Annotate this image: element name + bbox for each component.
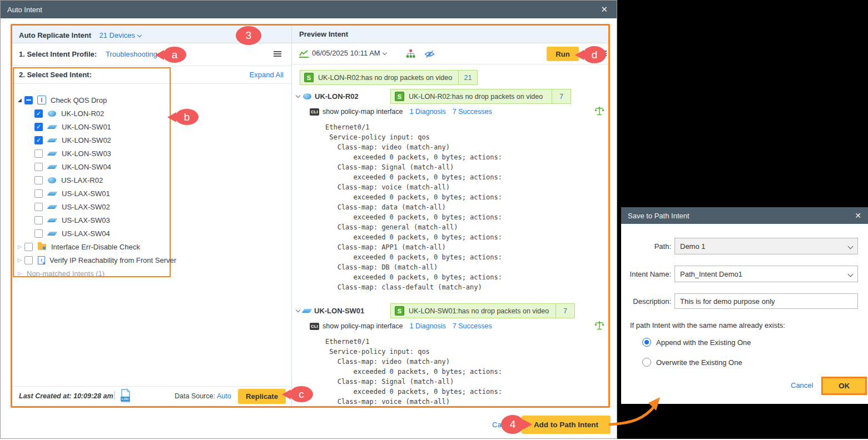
tree-row-device[interactable]: UK-LON-SW03 [34, 147, 111, 160]
switch-icon [47, 138, 58, 142]
device-checkbox[interactable] [34, 176, 43, 184]
log-file-icon[interactable]: LOG [120, 389, 131, 404]
close-icon[interactable]: ✕ [598, 4, 610, 14]
diagnosis-link[interactable]: 1 Diagnosis [410, 108, 446, 116]
dialog-title: Save to Path Intent [628, 212, 690, 220]
annotation-b: b [175, 109, 199, 125]
chevron-down-icon [848, 272, 854, 277]
successes-link[interactable]: 7 Successes [453, 322, 492, 330]
eye-hidden-icon[interactable] [424, 50, 435, 61]
annotation-a: a [163, 47, 186, 63]
tree-row-device[interactable]: ✓ UK-LON-SW01 [34, 120, 111, 133]
tree-row-root[interactable]: ◢ I Check QOS Drop [18, 93, 107, 107]
radio-overwrite[interactable] [642, 358, 651, 367]
cli-tag-icon: CLI [310, 108, 319, 116]
device-checkbox[interactable] [34, 149, 43, 158]
chevron-down-icon[interactable] [296, 308, 300, 312]
expander-closed-icon[interactable]: ▷ [18, 244, 24, 249]
append-radio-row[interactable]: Append with the Existing One [642, 338, 751, 347]
device-status-badge[interactable]: S UK-LON-R02:has no drop packets on vide… [390, 89, 571, 104]
sitemap-icon[interactable] [406, 49, 415, 61]
tree-row-device[interactable]: ✓ UK-LON-R02 [34, 107, 104, 120]
intent-name-combo[interactable]: Path_Intent Demo1 [674, 266, 858, 282]
intent-name-field-row: Intent Name: Path_Intent Demo1 [621, 266, 868, 282]
device-status-badge[interactable]: S UK-LON-SW01:has no drop packets on vid… [390, 303, 575, 318]
tree-row-device[interactable]: US-LAX-SW02 [34, 200, 110, 213]
group-checkbox[interactable] [24, 243, 33, 251]
radio-append[interactable] [642, 338, 651, 347]
group-label: Interface Err-Disable Check [51, 243, 140, 251]
switch-icon [302, 309, 313, 313]
root-checkbox[interactable] [24, 96, 33, 104]
replicate-button[interactable]: Replicate [238, 389, 286, 404]
cli-command-row: CLI show policy-map interface 1 Diagnosi… [310, 322, 492, 330]
annotation-step-3: 3 [236, 26, 261, 45]
summary-badge-count[interactable]: 21 [458, 71, 477, 84]
device-checkbox[interactable] [34, 163, 43, 171]
router-icon [48, 177, 56, 183]
annotated-main-frame: Auto Replicate Intent 21 Devices Preview… [11, 24, 610, 408]
tree-row-device[interactable]: ✓ UK-LON-SW02 [34, 133, 111, 147]
tree-row-device[interactable]: US-LAX-SW01 [34, 187, 110, 200]
successes-link[interactable]: 7 Successes [453, 108, 492, 116]
path-select[interactable]: Demo 1 [674, 238, 858, 254]
group-checkbox[interactable] [24, 256, 33, 264]
device-checkbox[interactable]: ✓ [34, 123, 43, 131]
device-label: UK-LON-SW02 [62, 136, 111, 144]
expander-open-icon[interactable]: ◢ [18, 97, 24, 103]
device-checkbox[interactable] [34, 203, 43, 211]
add-to-path-intent-button[interactable]: Add to Path Intent [522, 416, 611, 434]
intent-profile-row: 1. Select Intent Profile: Troubleshootin… [12, 43, 291, 66]
expander-closed-icon[interactable]: ▷ [18, 257, 24, 263]
tree-row-device[interactable]: US-LAX-SW03 [34, 213, 110, 227]
router-icon [303, 93, 311, 99]
tree-row-group[interactable]: ▷ Interface Err-Disable Check [18, 240, 140, 253]
chevron-down-icon[interactable] [296, 93, 300, 98]
tree-row-device[interactable]: US-LAX-SW04 [34, 227, 110, 240]
device-checkbox[interactable]: ✓ [34, 109, 43, 118]
compare-scale-icon[interactable] [594, 321, 604, 333]
summary-status-badge[interactable]: S UK-LON-R02:has no drop packets on vide… [300, 70, 478, 85]
tree-row-device[interactable]: UK-LON-SW04 [34, 160, 111, 173]
data-source-value-link[interactable]: Auto [217, 392, 231, 400]
preview-device-header[interactable]: UK-LON-R02 [296, 92, 359, 101]
device-badge-count[interactable]: 7 [555, 304, 574, 318]
close-icon[interactable]: ✕ [855, 211, 861, 220]
switch-icon [47, 205, 58, 209]
intent-name-label: Intent Name: [621, 270, 674, 278]
device-badge-text: UK-LON-R02:has no drop packets on video [409, 93, 543, 101]
overwrite-radio-row[interactable]: Overwrite the Existing One [642, 358, 742, 367]
device-label: US-LAX-SW04 [62, 229, 110, 238]
cli-command-row: CLI show policy-map interface 1 Diagnosi… [310, 108, 492, 116]
tree-row-device[interactable]: US-LAX-R02 [34, 173, 103, 187]
dialog-cancel-link[interactable]: Cancel [791, 381, 813, 389]
expander-closed-icon[interactable]: ▷ [18, 271, 24, 276]
switch-icon [47, 152, 58, 156]
non-matched-intents-row[interactable]: ▷ Non-matched Intents (1) [18, 267, 105, 280]
ok-button[interactable]: OK [821, 377, 867, 395]
devices-count-dropdown[interactable]: 21 Devices [99, 31, 141, 39]
non-matched-label: Non-matched Intents (1) [27, 269, 105, 278]
device-checkbox[interactable] [34, 216, 43, 224]
path-label: Path: [621, 242, 674, 251]
datetime-dropdown[interactable]: 06/05/2025 10:11 AM [312, 49, 386, 57]
chevron-down-icon [848, 244, 854, 249]
chevron-down-icon [382, 51, 386, 55]
expand-all-link[interactable]: Expand All [250, 71, 284, 79]
device-label: US-LAX-SW02 [62, 203, 110, 211]
dialog-titlebar: Save to Path Intent ✕ [621, 207, 868, 224]
device-checkbox[interactable] [34, 189, 43, 198]
run-button[interactable]: Run [547, 47, 579, 61]
trend-chart-icon[interactable] [299, 49, 309, 61]
compare-scale-icon[interactable] [594, 106, 604, 118]
device-checkbox[interactable]: ✓ [34, 136, 43, 144]
diagnosis-link[interactable]: 1 Diagnosis [410, 322, 446, 330]
window-title: Auto Intent [7, 6, 42, 14]
device-checkbox[interactable] [34, 229, 43, 238]
tree-row-group[interactable]: ▷ Ix Verify IP Reachability from Front S… [18, 253, 176, 267]
device-badge-count[interactable]: 7 [552, 89, 571, 103]
profile-menu-button[interactable] [274, 51, 281, 52]
preview-toolbar: 06/05/2025 10:11 AM Run [292, 43, 608, 64]
description-input[interactable]: This is for demo purpose only [674, 293, 858, 309]
preview-device-header[interactable]: UK-LON-SW01 [296, 307, 364, 315]
